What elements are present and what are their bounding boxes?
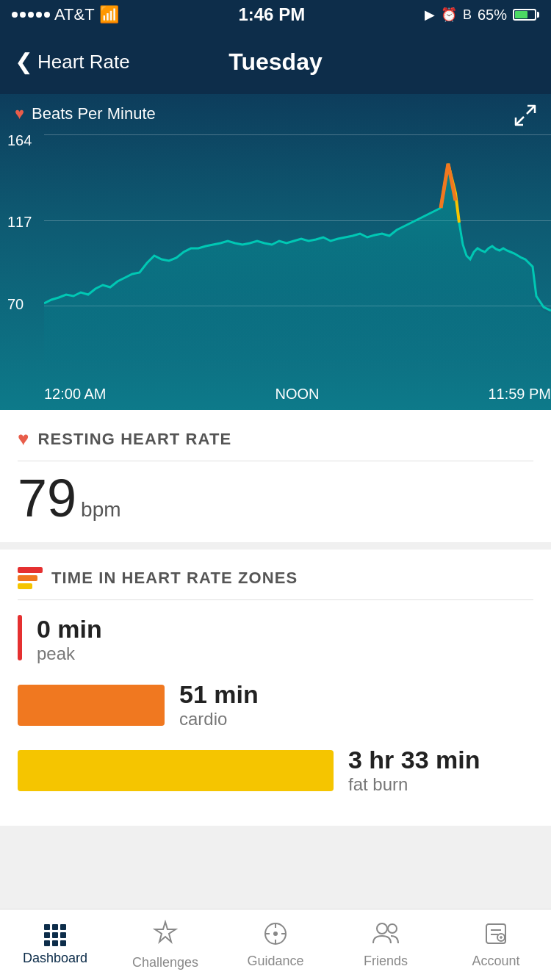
nav-item-guidance[interactable]: Guidance (220, 909, 331, 980)
chevron-left-icon: ❮ (15, 51, 33, 73)
nav-label-dashboard: Dashboard (23, 951, 87, 966)
challenges-icon (153, 920, 178, 951)
y-label-70: 70 (7, 296, 24, 313)
signal-dots (12, 12, 50, 18)
battery-icon (513, 9, 539, 21)
nav-label-challenges: Challenges (132, 955, 198, 970)
guidance-icon (263, 921, 288, 949)
zone-cardio-row: 51 min cardio (18, 680, 533, 729)
svg-point-9 (377, 923, 387, 934)
svg-point-4 (273, 932, 278, 936)
zones-title: TIME IN HEART RATE ZONES (51, 569, 298, 588)
bluetooth-icon: B (463, 7, 472, 23)
zone-cardio-bar (18, 685, 165, 726)
zone-peak-value: 0 min (37, 615, 184, 644)
zones-header: TIME IN HEART RATE ZONES (18, 567, 533, 600)
status-left: AT&T 📶 (12, 5, 119, 24)
page-header: ❮ Heart Rate Tuesday (0, 29, 551, 94)
nav-label-guidance: Guidance (247, 954, 303, 969)
friends-icon (372, 921, 400, 949)
time-display: 1:46 PM (238, 4, 305, 25)
hr-zones-section: TIME IN HEART RATE ZONES 0 min peak 51 m… (0, 542, 551, 826)
nav-item-challenges[interactable]: Challenges (110, 909, 220, 980)
nav-item-account[interactable]: Account (441, 909, 551, 980)
x-label-noon: NOON (275, 386, 319, 403)
status-bar: AT&T 📶 1:46 PM ▶ ⏰ B 65% (0, 0, 551, 29)
svg-line-1 (516, 117, 524, 125)
location-icon: ▶ (425, 7, 435, 23)
heart-rate-chart: ♥ Beats Per Minute 164 117 70 (0, 94, 551, 410)
heart-icon-rhr: ♥ (18, 428, 29, 450)
back-label: Heart Rate (37, 51, 130, 73)
y-label-164: 164 (7, 132, 32, 149)
zone-fatburn-row: 3 hr 33 min fat burn (18, 746, 533, 795)
zone-peak-row: 0 min peak (18, 615, 533, 664)
rhr-value-row: 79bpm (18, 472, 533, 525)
status-right: ▶ ⏰ B 65% (425, 7, 539, 24)
svg-marker-2 (155, 922, 176, 942)
y-label-117: 117 (7, 214, 32, 231)
zone-peak-bar (18, 615, 22, 660)
chart-svg (44, 134, 551, 362)
x-label-night: 11:59 PM (488, 386, 551, 403)
back-button[interactable]: ❮ Heart Rate (15, 51, 130, 73)
zone-cardio-label: cardio (179, 709, 326, 729)
legend-label: Beats Per Minute (32, 104, 156, 123)
expand-icon[interactable] (514, 104, 536, 131)
zone-cardio-value: 51 min (179, 680, 326, 709)
resting-heart-rate-section: ♥ RESTING HEART RATE 79bpm (0, 410, 551, 542)
svg-point-10 (388, 924, 397, 933)
x-label-midnight: 12:00 AM (44, 386, 107, 403)
chart-legend: ♥ Beats Per Minute (0, 94, 551, 129)
zone-peak-label: peak (37, 644, 184, 664)
page-title: Tuesday (228, 48, 322, 76)
rhr-value: 79 (18, 469, 76, 527)
zone-fatburn-label: fat burn (348, 774, 495, 795)
wifi-icon: 📶 (99, 5, 119, 24)
rhr-unit: bpm (81, 498, 120, 521)
battery-percent: 65% (478, 7, 507, 24)
nav-label-friends: Friends (364, 954, 408, 969)
rhr-title: RESTING HEART RATE (37, 430, 231, 449)
nav-label-account: Account (472, 954, 519, 969)
zone-fatburn-value: 3 hr 33 min (348, 746, 495, 774)
alarm-icon: ⏰ (441, 7, 457, 23)
carrier-label: AT&T (54, 5, 95, 24)
rhr-header: ♥ RESTING HEART RATE (18, 428, 533, 461)
zone-cardio-info: 51 min cardio (179, 680, 326, 729)
dashboard-icon (44, 924, 66, 946)
zone-peak-info: 0 min peak (37, 615, 184, 664)
bottom-nav: Dashboard Challenges Guidance (0, 909, 551, 980)
heart-icon: ♥ (15, 104, 24, 123)
svg-line-0 (527, 106, 535, 114)
account-icon (483, 921, 508, 949)
x-labels: 12:00 AM NOON 11:59 PM (44, 386, 551, 403)
nav-item-friends[interactable]: Friends (331, 909, 441, 980)
zone-fatburn-info: 3 hr 33 min fat burn (348, 746, 495, 795)
zones-icon (18, 567, 43, 589)
nav-item-dashboard[interactable]: Dashboard (0, 909, 110, 980)
zone-fatburn-bar (18, 750, 334, 791)
